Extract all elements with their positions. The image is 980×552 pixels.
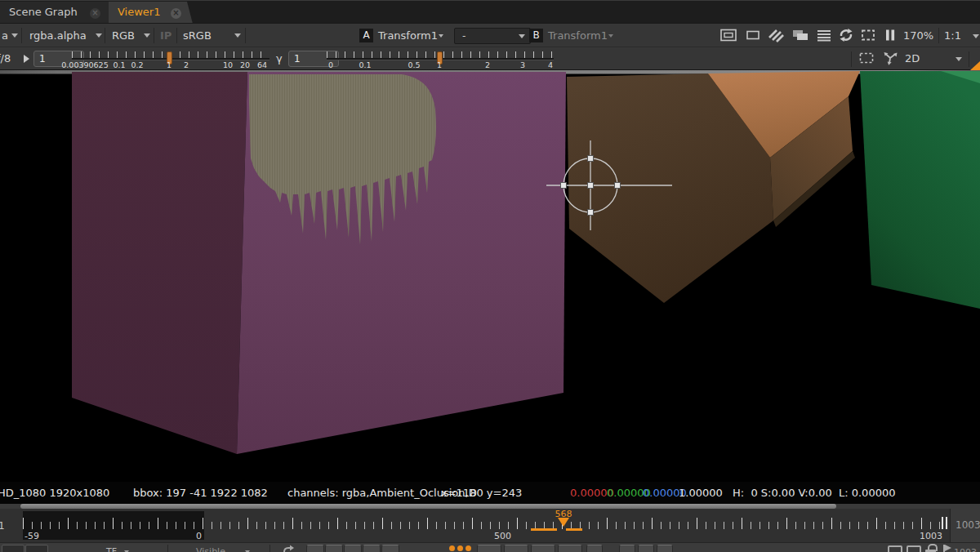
loop-mode-button[interactable]: ○ [586, 545, 603, 552]
frame-range-icon[interactable] [888, 545, 902, 552]
play-backward-button[interactable]: ◀ [381, 545, 399, 552]
gamma-label: γ [276, 52, 283, 65]
range-end-field[interactable]: 1003 [954, 547, 977, 552]
timeline[interactable]: 1 -59 0 500 1003 568 1003 [0, 509, 980, 542]
gain-tick-label: 0.2 [131, 60, 143, 69]
play-forward-button[interactable]: ▶ [477, 545, 501, 552]
pause-icon[interactable] [882, 28, 898, 42]
frame-range-icon[interactable] [906, 545, 921, 552]
bbox-info: bbox: 197 -41 1922 1082 [133, 487, 268, 499]
colorspace-dropdown[interactable]: sRGB [183, 29, 212, 42]
wipe-mode-dropdown[interactable]: - [454, 28, 531, 44]
monitor-output-icon[interactable] [791, 28, 810, 42]
playback-controls-bar: TF Visible I |◀ ◀◀ ◀| ◀ ▶ |▶ ▶▶ ▶| ○ 100… [0, 542, 980, 552]
prev-keyframe-button[interactable]: |◀ [325, 545, 343, 552]
gamma-tick-label: 2 [485, 60, 490, 69]
record-dot-icon [449, 545, 455, 551]
viewer-toolbar-exposure: f/8 1 0.00390625 0.1 0.2 1 2 10 20 64 γ … [0, 47, 980, 70]
gamma-tick-label: 4 [548, 60, 553, 69]
chevron-down-icon[interactable] [608, 34, 613, 38]
play-backward-fast-button[interactable]: ◀◀ [344, 545, 362, 552]
gamma-tick-label: 1 [437, 60, 442, 69]
image-window-icon[interactable] [744, 28, 762, 42]
goto-arrow-icon[interactable] [282, 545, 296, 552]
wipe-mode-value: - [462, 30, 466, 42]
view-mode-dropdown[interactable]: 2D [905, 52, 920, 65]
tf-dropdown[interactable]: TF [106, 546, 117, 552]
gain-tick-label: 0.00390625 [61, 60, 108, 69]
step-back-button[interactable]: ◀| [363, 545, 381, 552]
range-button-1[interactable] [619, 545, 635, 552]
visible-dropdown[interactable]: Visible [196, 546, 225, 552]
gamma-tick-label: 0.5 [408, 60, 420, 69]
tab-scene-graph[interactable]: Scene Graph × [0, 2, 109, 24]
refresh-icon[interactable] [836, 28, 856, 42]
chevron-down-icon[interactable] [973, 34, 979, 38]
gain-tick-label: 20 [240, 60, 250, 69]
input-b-node-dropdown[interactable]: Transform1 [548, 29, 608, 42]
sample-alpha-value: 1.00000 [679, 487, 723, 499]
zoom-level[interactable]: 170% [903, 29, 933, 42]
roi-icon[interactable] [859, 28, 877, 42]
gain-tick-label: 2 [184, 60, 189, 69]
chevron-down-icon[interactable] [11, 33, 18, 38]
timeline-tick-label: 0 [196, 531, 202, 541]
gain-tick-label: 0.1 [113, 60, 125, 69]
fstop-label: f/8 [0, 52, 11, 65]
frame-field-b[interactable] [25, 545, 48, 552]
record-dot-icon [457, 545, 463, 551]
range-button-2[interactable] [638, 545, 654, 552]
alpha-layer-dropdown[interactable]: rgba.alpha [29, 29, 87, 42]
close-icon[interactable]: × [90, 8, 100, 19]
sample-hsvl-values: H: 0 S:0.00 V:0.00 L: 0.00000 [733, 487, 895, 499]
flag-icon[interactable] [945, 545, 951, 551]
step-forward-button[interactable]: |▶ [504, 545, 528, 552]
chevron-down-icon[interactable] [144, 33, 150, 38]
input-process-toggle[interactable]: IP [160, 29, 172, 42]
timeline-range-end-box[interactable]: 1003 [950, 509, 980, 542]
viewer-canvas[interactable] [0, 70, 980, 482]
expander-icon[interactable] [24, 55, 29, 63]
viewer-status-bar: HD_1080 1920x1080 bbox: 197 -41 1922 108… [0, 482, 980, 504]
reposition-arrows-icon[interactable] [882, 51, 900, 65]
proxy-ratio[interactable]: 1:1 [944, 29, 961, 42]
gain-tick-label: 1 [167, 60, 172, 69]
rendered-3d-scene [0, 70, 980, 482]
channel-layer-dropdown[interactable]: a [2, 29, 8, 42]
chevron-down-icon[interactable] [96, 33, 102, 38]
input-a-node-dropdown[interactable]: Transform1 [378, 29, 438, 42]
next-keyframe-button[interactable]: ▶| [558, 545, 582, 552]
timeline-left-frame-field[interactable]: 1 [0, 520, 5, 532]
timeline-minor-ticks [23, 522, 944, 529]
timeline-tick-label: -59 [24, 531, 39, 541]
frame-field-a[interactable] [2, 545, 24, 552]
marquee-select-icon[interactable] [858, 51, 875, 65]
range-button-3[interactable] [657, 545, 673, 552]
scanline-icon[interactable] [815, 28, 833, 42]
tab-viewer1-label: Viewer1 [118, 6, 160, 18]
cursor-position: x=1180 y=243 [441, 487, 522, 499]
play-forward-fast-button[interactable]: ▶▶ [531, 545, 555, 552]
input-b-badge: B [529, 29, 543, 42]
chevron-down-icon[interactable] [234, 33, 241, 38]
display-channels-dropdown[interactable]: RGB [112, 29, 135, 42]
gamma-tick-label: 0 [328, 60, 333, 69]
tab-viewer1[interactable]: Viewer1 × [109, 2, 193, 24]
gamma-tick-label: 0.1 [359, 60, 371, 69]
timeline-range-end-value: 1003 [956, 519, 980, 531]
gain-tick-label: 10 [223, 60, 233, 69]
tab-bar: Scene Graph × Viewer1 × [0, 0, 980, 23]
chevron-down-icon[interactable] [956, 57, 962, 61]
playhead-marker[interactable] [558, 518, 569, 527]
close-icon[interactable]: × [171, 8, 181, 19]
gain-tick-label: 64 [257, 60, 267, 69]
cube-purple-left-face [72, 72, 247, 454]
goto-start-button[interactable]: I [306, 545, 324, 552]
record-dot-icon [466, 545, 471, 551]
gamma-tick-label: 3 [520, 60, 525, 69]
display-window-icon[interactable] [719, 28, 737, 42]
wipe-icon[interactable] [767, 28, 785, 42]
timeline-tick-label: 500 [494, 531, 511, 541]
cube-green-face [860, 71, 980, 309]
chevron-down-icon[interactable] [439, 34, 443, 38]
